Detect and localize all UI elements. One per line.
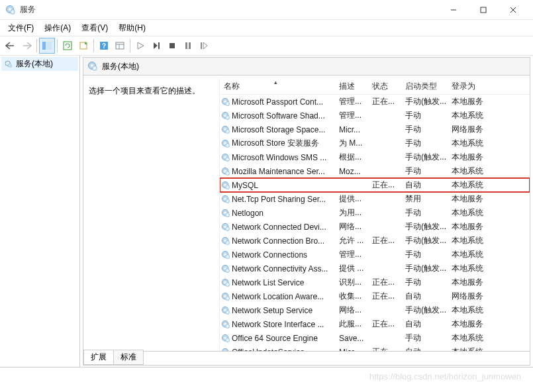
column-startup[interactable]: 启动类型 [405,81,452,92]
service-row[interactable]: Network Connected Devi...网络...手动(触发...本地… [220,220,530,234]
service-icon [221,181,230,190]
refresh-button[interactable] [60,38,75,54]
service-logon: 本地系统 [452,346,495,351]
svg-rect-17 [116,42,124,49]
service-startup: 手动(触发... [405,235,452,246]
minimize-button[interactable] [438,1,468,19]
service-name: Microsoft Software Shad... [232,111,339,121]
service-row[interactable]: Microsoft Software Shad...管理...手动本地系统 [220,109,530,122]
service-status: 正在... [372,291,405,302]
column-name[interactable]: 名称▴ [221,81,339,92]
step-button[interactable] [148,38,164,54]
service-icon [221,167,230,176]
start-button[interactable] [132,38,148,54]
services-tree-icon [4,60,13,69]
tree-pane[interactable]: 服务(本地) [0,56,80,367]
window-controls [438,1,528,19]
service-desc: 此服... [339,318,372,330]
service-row[interactable]: Net.Tcp Port Sharing Ser...提供...禁用本地服务 [220,192,530,206]
menu-view[interactable]: 查看(V) [76,21,113,35]
service-logon: 本地服务 [452,221,495,232]
service-row[interactable]: OfficeUpdateServiceMicr...正在...自动本地系统 [220,345,530,351]
service-row[interactable]: Network Connections管理...手动本地系统 [220,248,530,262]
service-row[interactable]: Netlogon为用...手动本地系统 [220,206,530,220]
service-row[interactable]: Mozilla Maintenance Ser...Moz...手动本地系统 [220,164,530,178]
service-logon: 本地系统 [452,166,495,177]
menu-action[interactable]: 操作(A) [39,21,76,35]
stop-button[interactable] [164,38,180,54]
service-startup: 手动 [405,249,452,260]
column-status[interactable]: 状态 [372,81,405,92]
service-startup: 手动(触发... [405,152,452,163]
service-status: 正在... [372,235,405,246]
service-logon: 本地服务 [452,152,495,163]
service-row[interactable]: Network Setup Service网络...手动(触发...本地系统 [220,303,530,317]
services-header-icon [87,61,98,72]
tab-extended[interactable]: 扩展 [83,350,114,365]
service-desc: 为 M... [339,138,372,149]
restart-button[interactable] [196,38,212,54]
window-title: 服务 [20,4,438,15]
column-desc[interactable]: 描述 [339,81,372,92]
column-logon[interactable]: 登录为 [452,81,495,92]
status-bar [0,368,533,377]
service-row[interactable]: Microsoft Windows SMS ...根据...手动(触发...本地… [220,150,530,164]
menu-file[interactable]: 文件(F) [3,21,39,35]
detail-header: 服务(本地) [83,57,530,75]
service-status: 正在... [372,277,405,288]
service-row[interactable]: Network Location Aware...收集...正在...自动网络服… [220,289,530,303]
service-startup: 手动(触发... [405,96,452,107]
service-name: Network Connection Bro... [232,236,339,246]
description-hint: 选择一个项目来查看它的描述。 [89,86,200,95]
service-icon [221,292,230,301]
service-name: Microsoft Store 安装服务 [232,138,339,149]
service-icon [221,306,230,315]
service-desc: 根据... [339,152,372,163]
service-row[interactable]: Office 64 Source EngineSave...手动本地系统 [220,331,530,345]
service-name: Network Connections [232,250,339,260]
close-button[interactable] [498,1,528,19]
tab-standard[interactable]: 标准 [113,350,144,365]
service-row[interactable]: Network Store Interface ...此服...正在...自动本… [220,317,530,331]
service-startup: 自动 [405,179,452,191]
service-logon: 本地系统 [452,249,495,260]
service-startup: 手动 [405,110,452,121]
app-icon [5,5,16,15]
menu-help[interactable]: 帮助(H) [113,21,151,35]
service-icon [221,153,230,162]
service-row[interactable]: Microsoft Store 安装服务为 M...手动本地系统 [220,136,530,150]
service-startup: 自动 [405,346,452,351]
export-list-button[interactable] [75,38,91,54]
service-status: 正在... [372,318,405,330]
service-row[interactable]: Network Connectivity Ass...提供 ...手动(触发..… [220,262,530,275]
service-icon [221,250,230,260]
service-row[interactable]: Network List Service识别...正在...手动本地服务 [220,275,530,289]
pause-button[interactable] [180,38,196,54]
service-icon [221,97,230,107]
back-button[interactable] [3,38,19,54]
svg-rect-8 [481,7,486,13]
maximize-button[interactable] [468,1,498,19]
service-status: 正在... [372,96,405,107]
menu-bar: 文件(F) 操作(A) 查看(V) 帮助(H) [0,20,533,36]
toolbar-separator [93,39,94,52]
service-startup: 手动 [405,166,452,177]
help-button[interactable]: ? [96,38,112,54]
show-hide-tree-button[interactable] [39,38,55,54]
tree-root-services[interactable]: 服务(本地) [1,57,78,71]
properties-button[interactable] [112,38,128,54]
svg-rect-22 [185,42,187,49]
service-icon [221,320,230,329]
service-name: Network List Service [232,278,339,287]
service-rows[interactable]: Microsoft Passport Cont...管理...正在...手动(触… [220,95,530,351]
toolbar-separator [36,39,37,52]
forward-button[interactable] [19,38,34,54]
service-row[interactable]: Microsoft Storage Space...Micr...手动网络服务 [220,122,530,136]
service-desc: 网络... [339,305,372,316]
service-startup: 手动(触发... [405,221,452,232]
service-row[interactable]: Microsoft Passport Cont...管理...正在...手动(触… [220,95,530,109]
service-name: Network Connectivity Ass... [232,264,339,273]
service-name: Microsoft Storage Space... [232,125,339,134]
service-row[interactable]: Network Connection Bro...允许 ...正在...手动(触… [220,234,530,248]
service-row[interactable]: MySQL正在...自动本地系统 [220,178,530,192]
